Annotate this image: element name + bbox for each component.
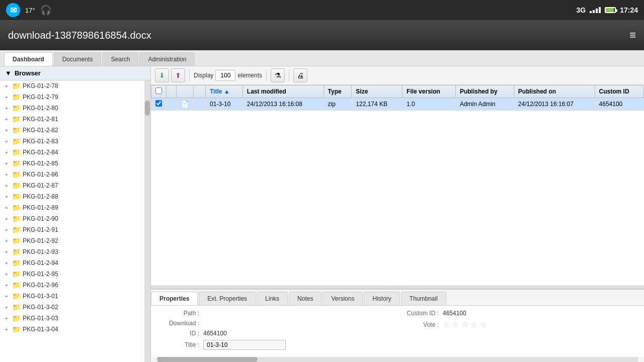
sidebar-item-pkg-01-2-88[interactable]: + 📁 PKG-01-2-88 — [0, 191, 144, 202]
tab-dashboard[interactable]: Dashboard — [4, 52, 53, 66]
expand-icon[interactable]: + — [3, 94, 10, 101]
expand-icon[interactable]: + — [3, 282, 10, 289]
signal-bars — [590, 7, 601, 13]
expand-icon[interactable]: + — [3, 215, 10, 222]
sidebar-item-pkg-01-2-87[interactable]: + 📁 PKG-01-2-87 — [0, 180, 144, 191]
expand-icon[interactable]: + — [3, 259, 10, 266]
tab-history[interactable]: History — [364, 292, 399, 305]
row-checkbox[interactable] — [155, 100, 162, 107]
expand-icon[interactable]: + — [3, 149, 10, 156]
col-header-size[interactable]: Size — [352, 85, 403, 98]
tab-documents[interactable]: Documents — [54, 52, 102, 66]
sidebar-item-pkg-01-3-02[interactable]: + 📁 PKG-01-3-02 — [0, 302, 144, 313]
sidebar-collapse-icon[interactable]: ▼ — [5, 69, 12, 77]
expand-icon[interactable]: + — [3, 270, 10, 278]
col-header-file-version[interactable]: File version — [403, 85, 456, 98]
elements-count-input[interactable] — [215, 70, 235, 81]
expand-icon[interactable]: + — [3, 293, 10, 300]
expand-icon[interactable]: + — [3, 248, 10, 255]
filter-button[interactable]: ⚗ — [271, 68, 285, 82]
sidebar-item-pkg-01-2-83[interactable]: + 📁 PKG-01-2-83 — [0, 136, 144, 147]
tree-label: PKG-01-2-88 — [23, 193, 58, 200]
folder-icon: 📁 — [12, 314, 21, 322]
expand-icon[interactable]: + — [3, 127, 10, 134]
download-button[interactable]: ⬇ — [155, 68, 169, 82]
sidebar-item-pkg-01-2-79[interactable]: + 📁 PKG-01-2-79 — [0, 92, 144, 103]
sidebar-item-pkg-01-2-82[interactable]: + 📁 PKG-01-2-82 — [0, 125, 144, 136]
expand-icon[interactable]: + — [3, 138, 10, 145]
tab-thumbnail[interactable]: Thumbnail — [401, 292, 446, 305]
sidebar-item-pkg-01-2-90[interactable]: + 📁 PKG-01-2-90 — [0, 213, 144, 224]
sidebar-item-pkg-01-2-94[interactable]: + 📁 PKG-01-2-94 — [0, 257, 144, 268]
select-all-checkbox[interactable] — [155, 87, 162, 94]
star-5[interactable]: ☆ — [480, 320, 487, 329]
sidebar-item-pkg-01-3-03[interactable]: + 📁 PKG-01-3-03 — [0, 313, 144, 324]
col-header-custom-id[interactable]: Custom ID — [595, 85, 643, 98]
tab-search[interactable]: Search — [102, 52, 138, 66]
sidebar-item-pkg-01-2-93[interactable]: + 📁 PKG-01-2-93 — [0, 246, 144, 257]
tree-label: PKG-01-2-95 — [23, 270, 58, 278]
expand-icon[interactable]: + — [3, 226, 10, 233]
expand-icon[interactable]: + — [3, 116, 10, 123]
expand-icon[interactable]: + — [3, 193, 10, 200]
toolbar-separator-1 — [189, 69, 190, 81]
tab-links[interactable]: Links — [257, 292, 288, 305]
expand-icon[interactable]: + — [3, 326, 10, 333]
expand-icon[interactable]: + — [3, 304, 10, 311]
sidebar-item-pkg-01-2-85[interactable]: + 📁 PKG-01-2-85 — [0, 158, 144, 169]
sidebar-scrollbar[interactable] — [144, 80, 150, 362]
col-header-published-on[interactable]: Published on — [514, 85, 595, 98]
expand-icon[interactable]: + — [3, 82, 10, 89]
folder-icon: 📁 — [12, 82, 21, 90]
sidebar-item-pkg-01-2-92[interactable]: + 📁 PKG-01-2-92 — [0, 235, 144, 246]
tab-properties[interactable]: Properties — [151, 292, 198, 305]
expand-icon[interactable]: + — [3, 237, 10, 244]
sidebar-tree[interactable]: + 📁 PKG-01-2-78 + 📁 PKG-01-2-79 + 📁 PKG-… — [0, 80, 144, 362]
upload-button[interactable]: ⬆ — [171, 68, 185, 82]
print-button[interactable]: 🖨 — [293, 68, 307, 82]
tab-versions[interactable]: Versions — [323, 292, 363, 305]
sidebar-item-pkg-01-2-86[interactable]: + 📁 PKG-01-2-86 — [0, 169, 144, 180]
cell-sel — [167, 98, 177, 111]
title-input[interactable] — [203, 340, 286, 350]
tab-notes[interactable]: Notes — [289, 292, 321, 305]
expand-icon[interactable]: + — [3, 182, 10, 189]
sidebar-item-pkg-01-3-04[interactable]: + 📁 PKG-01-3-04 — [0, 324, 144, 335]
expand-icon[interactable]: + — [3, 105, 10, 112]
hamburger-icon[interactable]: ≡ — [629, 29, 636, 42]
star-1[interactable]: ☆ — [443, 320, 450, 329]
sidebar-item-pkg-01-2-81[interactable]: + 📁 PKG-01-2-81 — [0, 114, 144, 125]
expand-icon[interactable]: + — [3, 160, 10, 167]
tree-label: PKG-01-3-04 — [23, 326, 58, 333]
expand-icon[interactable]: + — [3, 204, 10, 211]
expand-icon[interactable]: + — [3, 315, 10, 322]
expand-icon[interactable]: + — [3, 171, 10, 178]
col-header-published-by[interactable]: Published by — [455, 85, 514, 98]
col-header-type[interactable]: Type — [324, 85, 352, 98]
tab-ext-properties[interactable]: Ext. Properties — [199, 292, 256, 305]
col-header-last-modified[interactable]: Last modified — [243, 85, 324, 98]
sidebar-item-pkg-01-2-95[interactable]: + 📁 PKG-01-2-95 — [0, 268, 144, 280]
sidebar-item-pkg-01-3-01[interactable]: + 📁 PKG-01-3-01 — [0, 291, 144, 302]
star-3[interactable]: ☆ — [461, 320, 468, 329]
folder-icon: 📁 — [12, 193, 21, 201]
col-header-checkbox[interactable] — [151, 85, 167, 98]
sidebar-item-pkg-01-2-96[interactable]: + 📁 PKG-01-2-96 — [0, 280, 144, 291]
sidebar-item-pkg-01-2-80[interactable]: + 📁 PKG-01-2-80 — [0, 103, 144, 114]
vote-stars[interactable]: ☆ ☆ ☆ ☆ ☆ — [443, 320, 487, 329]
sidebar-item-pkg-01-2-78[interactable]: + 📁 PKG-01-2-78 — [0, 80, 144, 92]
col-header-title[interactable]: Title ▲ — [206, 85, 243, 98]
tab-administration[interactable]: Administration — [139, 52, 195, 66]
sidebar-item-pkg-01-2-84[interactable]: + 📁 PKG-01-2-84 — [0, 147, 144, 158]
folder-icon: 📁 — [12, 237, 21, 245]
signal-bar-2 — [593, 10, 595, 13]
table-row[interactable]: 📄 01-3-10 24/12/2013 16:16:08 zip 122,17… — [151, 98, 644, 111]
sidebar-item-pkg-01-2-91[interactable]: + 📁 PKG-01-2-91 — [0, 224, 144, 235]
star-2[interactable]: ☆ — [452, 320, 459, 329]
sidebar-scrollbar-thumb[interactable] — [145, 101, 150, 116]
horizontal-scrollbar[interactable] — [157, 357, 638, 362]
horizontal-scrollbar-thumb[interactable] — [157, 357, 258, 362]
cell-checkbox[interactable] — [151, 98, 167, 111]
sidebar-item-pkg-01-2-89[interactable]: + 📁 PKG-01-2-89 — [0, 202, 144, 213]
star-4[interactable]: ☆ — [470, 320, 477, 329]
